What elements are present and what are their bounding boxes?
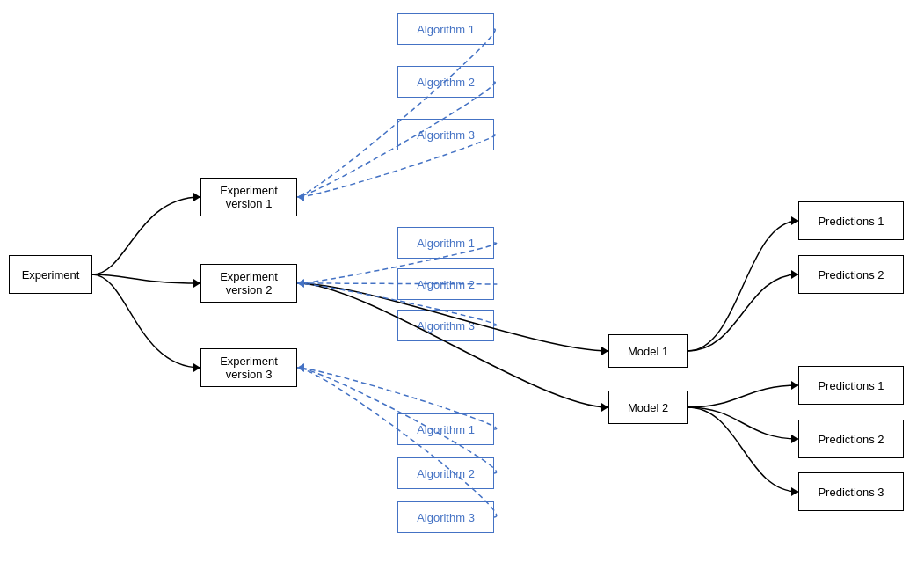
- pred2-m2-label: Predictions 2: [818, 433, 884, 446]
- diagram: Experiment Experimentversion 1 Experimen…: [0, 0, 924, 563]
- pred2-m2-node: Predictions 2: [798, 420, 904, 458]
- alg1-top-node: Algorithm 1: [397, 13, 494, 45]
- alg3-mid-label: Algorithm 3: [417, 319, 475, 333]
- exp-v3-label: Experimentversion 3: [220, 355, 278, 381]
- model2-node: Model 2: [608, 391, 688, 424]
- alg3-top-node: Algorithm 3: [397, 119, 494, 150]
- exp-v1-label: Experimentversion 1: [220, 184, 278, 210]
- model1-node: Model 1: [608, 334, 688, 368]
- experiment-node: Experiment: [9, 255, 92, 294]
- alg1-bot-node: Algorithm 1: [397, 413, 494, 445]
- alg3-top-label: Algorithm 3: [417, 128, 475, 142]
- experiment-label: Experiment: [22, 268, 80, 282]
- alg1-bot-label: Algorithm 1: [417, 423, 475, 436]
- pred3-m2-node: Predictions 3: [798, 472, 904, 511]
- alg2-mid-node: Algorithm 2: [397, 268, 494, 300]
- alg2-top-label: Algorithm 2: [417, 76, 475, 89]
- exp-v2-label: Experimentversion 2: [220, 270, 278, 296]
- exp-v2-node: Experimentversion 2: [200, 264, 297, 303]
- model2-label: Model 2: [628, 401, 668, 414]
- pred2-m1-label: Predictions 2: [818, 268, 884, 282]
- alg2-mid-label: Algorithm 2: [417, 278, 475, 291]
- pred1-m2-label: Predictions 1: [818, 379, 884, 392]
- alg1-mid-label: Algorithm 1: [417, 237, 475, 250]
- pred1-m1-label: Predictions 1: [818, 215, 884, 228]
- pred1-m2-node: Predictions 1: [798, 366, 904, 405]
- alg2-bot-label: Algorithm 2: [417, 467, 475, 480]
- alg2-bot-node: Algorithm 2: [397, 457, 494, 489]
- pred3-m2-label: Predictions 3: [818, 486, 884, 499]
- model1-label: Model 1: [628, 345, 668, 358]
- alg3-bot-label: Algorithm 3: [417, 511, 475, 524]
- exp-v1-node: Experimentversion 1: [200, 178, 297, 216]
- exp-v3-node: Experimentversion 3: [200, 348, 297, 387]
- alg3-mid-node: Algorithm 3: [397, 310, 494, 341]
- pred1-m1-node: Predictions 1: [798, 201, 904, 240]
- alg1-top-label: Algorithm 1: [417, 23, 475, 36]
- pred2-m1-node: Predictions 2: [798, 255, 904, 294]
- alg3-bot-node: Algorithm 3: [397, 501, 494, 533]
- alg2-top-node: Algorithm 2: [397, 66, 494, 98]
- alg1-mid-node: Algorithm 1: [397, 227, 494, 259]
